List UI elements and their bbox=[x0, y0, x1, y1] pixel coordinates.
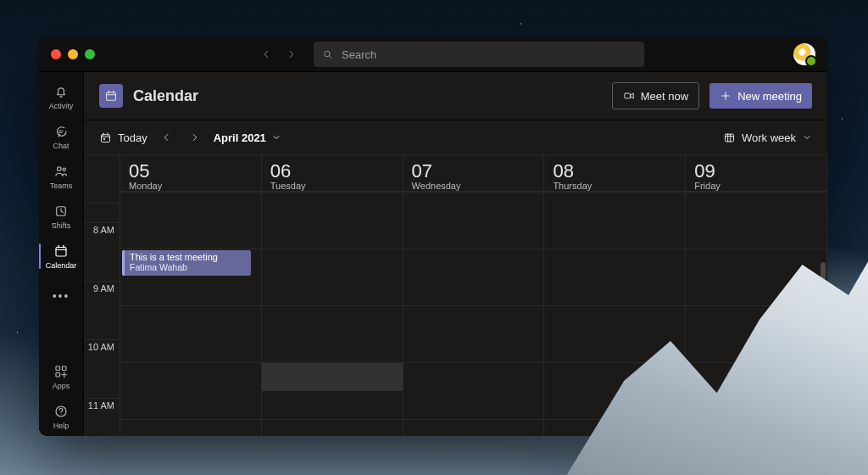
svg-rect-22 bbox=[625, 93, 631, 98]
day-column-friday[interactable]: 09 Friday bbox=[686, 155, 827, 436]
time-slot[interactable]: This is a test meeting Fatima Wahab bbox=[120, 249, 261, 306]
svg-rect-26 bbox=[102, 134, 110, 142]
time-slot[interactable] bbox=[262, 363, 403, 420]
time-slot[interactable] bbox=[544, 306, 685, 363]
calendar-today-icon bbox=[99, 131, 112, 144]
svg-rect-13 bbox=[56, 372, 60, 377]
calendar-icon bbox=[53, 243, 69, 259]
time-slot[interactable] bbox=[120, 193, 261, 249]
svg-rect-31 bbox=[725, 134, 733, 142]
time-slot[interactable] bbox=[686, 363, 826, 420]
time-slot[interactable] bbox=[120, 363, 261, 420]
minimize-window-button[interactable] bbox=[68, 49, 78, 59]
event-title: This is a test meeting bbox=[130, 252, 246, 262]
time-slot[interactable] bbox=[120, 420, 261, 436]
time-slot[interactable] bbox=[686, 249, 826, 306]
rail-item-help[interactable]: Help bbox=[39, 397, 83, 436]
time-slot[interactable] bbox=[403, 249, 544, 306]
day-column-wednesday[interactable]: 07 Wednesday bbox=[403, 155, 545, 436]
day-column-tuesday[interactable]: 06 Tuesday bbox=[262, 155, 403, 436]
back-button[interactable] bbox=[258, 46, 275, 63]
window-controls bbox=[51, 49, 95, 59]
time-slot[interactable] bbox=[544, 193, 685, 249]
calendar-scrollbar[interactable] bbox=[821, 203, 826, 436]
rail-item-chat[interactable]: Chat bbox=[39, 117, 83, 156]
month-label: April 2021 bbox=[214, 131, 266, 144]
time-slot[interactable] bbox=[262, 249, 403, 306]
time-slot[interactable] bbox=[686, 420, 826, 436]
prev-period-button[interactable] bbox=[156, 127, 176, 148]
time-slot[interactable] bbox=[544, 420, 685, 436]
day-number: 09 bbox=[694, 160, 818, 182]
view-label: Work week bbox=[742, 131, 796, 144]
time-slot[interactable] bbox=[544, 363, 685, 420]
meet-now-button[interactable]: Meet now bbox=[612, 82, 699, 109]
plus-icon bbox=[720, 90, 732, 102]
chevron-right-icon bbox=[189, 131, 201, 143]
forward-button[interactable] bbox=[283, 46, 300, 63]
svg-point-17 bbox=[61, 414, 62, 415]
day-name: Friday bbox=[694, 181, 818, 191]
day-name: Monday bbox=[129, 181, 253, 191]
rail-label: Activity bbox=[49, 102, 74, 110]
rail-more[interactable]: ••• bbox=[39, 277, 83, 316]
calendar-main: Calendar Meet now New meeting Today bbox=[84, 72, 827, 436]
calendar-app-icon bbox=[99, 84, 123, 108]
time-slot[interactable] bbox=[262, 193, 403, 249]
day-header: 05 Monday bbox=[120, 155, 261, 192]
zoom-window-button[interactable] bbox=[85, 49, 95, 59]
rail-item-apps[interactable]: Apps bbox=[39, 357, 83, 396]
new-meeting-button[interactable]: New meeting bbox=[709, 83, 812, 109]
svg-point-5 bbox=[63, 168, 65, 170]
svg-line-1 bbox=[329, 56, 331, 58]
close-window-button[interactable] bbox=[51, 49, 61, 59]
svg-rect-30 bbox=[103, 138, 105, 140]
help-icon bbox=[53, 404, 69, 419]
time-slot[interactable] bbox=[120, 306, 261, 363]
scrollbar-thumb[interactable] bbox=[821, 262, 826, 313]
search-input[interactable] bbox=[340, 48, 636, 62]
rail-label: Chat bbox=[53, 142, 69, 150]
rail-item-calendar[interactable]: Calendar bbox=[39, 237, 83, 276]
day-column-monday[interactable]: 05 Monday This is a test meeting Fatima … bbox=[120, 155, 262, 436]
highlighted-slot[interactable] bbox=[262, 363, 403, 391]
chevron-down-icon bbox=[802, 132, 812, 142]
time-slot[interactable] bbox=[403, 193, 544, 249]
time-slot[interactable] bbox=[403, 306, 544, 363]
rail-label: Teams bbox=[50, 182, 73, 190]
svg-marker-23 bbox=[631, 93, 634, 98]
time-label: 11 AM bbox=[84, 399, 120, 436]
day-number: 06 bbox=[270, 160, 394, 182]
view-selector[interactable]: Work week bbox=[723, 131, 812, 144]
app-rail: Activity Chat Teams Shifts Calendar ••• bbox=[39, 72, 84, 436]
calendar-event[interactable]: This is a test meeting Fatima Wahab bbox=[122, 250, 251, 276]
chat-icon bbox=[53, 124, 69, 139]
day-header: 07 Wednesday bbox=[403, 155, 544, 192]
today-button[interactable]: Today bbox=[99, 131, 147, 144]
time-slot[interactable] bbox=[403, 420, 544, 436]
time-slot[interactable] bbox=[686, 306, 826, 363]
rail-item-activity[interactable]: Activity bbox=[39, 77, 83, 116]
rail-label: Calendar bbox=[46, 261, 77, 270]
day-header: 08 Thursday bbox=[544, 155, 685, 192]
time-slot[interactable] bbox=[262, 420, 403, 436]
rail-item-shifts[interactable]: Shifts bbox=[39, 197, 83, 236]
profile-avatar[interactable] bbox=[793, 43, 815, 65]
day-column-thursday[interactable]: 08 Thursday bbox=[544, 155, 686, 436]
chevron-left-icon bbox=[260, 48, 272, 60]
search-box[interactable] bbox=[314, 42, 644, 67]
app-window: Activity Chat Teams Shifts Calendar ••• bbox=[39, 37, 827, 436]
next-period-button[interactable] bbox=[185, 127, 205, 148]
calendar-grid: 8 AM 9 AM 10 AM 11 AM 12 PM 05 Monday bbox=[84, 155, 827, 436]
time-slot[interactable] bbox=[544, 249, 685, 306]
day-number: 07 bbox=[412, 160, 536, 182]
svg-rect-12 bbox=[63, 366, 67, 371]
time-slot[interactable] bbox=[262, 306, 403, 363]
rail-item-teams[interactable]: Teams bbox=[39, 157, 83, 196]
history-nav bbox=[258, 46, 300, 63]
time-slot[interactable] bbox=[686, 193, 826, 249]
chevron-right-icon bbox=[286, 48, 298, 60]
time-slot[interactable] bbox=[403, 363, 544, 420]
month-selector[interactable]: April 2021 bbox=[214, 131, 281, 144]
meet-now-label: Meet now bbox=[641, 90, 688, 103]
